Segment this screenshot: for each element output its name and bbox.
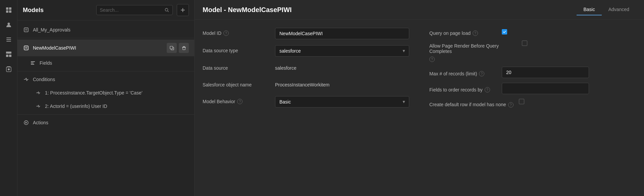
create-default-row-label: Create default row if model has none ? [429,99,514,108]
right-column: Query on page load ? Allow Page Render B… [429,28,636,108]
svg-rect-1 [9,7,11,10]
allow-page-render-checkbox[interactable] [522,41,527,46]
tab-advanced[interactable]: Advanced [602,4,636,15]
svg-point-14 [165,8,168,11]
model-id-label: Model ID ? [203,28,270,36]
divider [17,38,194,38]
sidebar-item-label: 1: ProcessInstance.TargetObject.Type = '… [45,90,143,95]
create-default-row-row: Create default row if model has none ? [429,99,636,108]
search-icon [165,8,169,12]
left-nav [0,0,17,196]
actions-icon [23,119,30,126]
salesforce-object-name-value: ProcessInstanceWorkitem [275,79,409,90]
sidebar-title: Models [23,7,92,14]
plus-icon [180,8,185,12]
sidebar-item-fields[interactable]: Fields [17,56,194,70]
query-on-page-load-label: Query on page load ? [429,28,496,36]
badge-icon[interactable] [3,63,15,75]
sidebar-item-conditions[interactable]: Conditions [17,73,194,86]
user-icon[interactable] [3,19,15,31]
search-box [96,5,173,15]
fields-to-order-input[interactable] [502,83,589,94]
add-model-button[interactable] [177,4,189,16]
svg-rect-8 [6,52,11,54]
svg-rect-3 [9,10,11,13]
sidebar-item-label: All_My_Approvals [33,27,70,32]
svg-rect-0 [6,7,8,10]
fields-to-order-help-icon[interactable]: ? [485,87,490,92]
copy-button[interactable] [167,43,177,53]
svg-rect-10 [9,55,11,57]
search-input[interactable] [100,7,162,13]
model-behavior-label: Model Behavior ? [203,96,270,104]
fields-to-order-row: Fields to order records by ? [429,83,636,94]
model-icon [23,26,30,33]
layout-icon[interactable] [3,48,15,60]
fields-to-order-label: Fields to order records by ? [429,84,496,92]
data-source-type-label: Data source type [203,45,270,53]
list-icon[interactable] [3,34,15,46]
delete-button[interactable] [179,43,189,53]
model-id-help-icon[interactable]: ? [223,30,229,36]
data-source-type-select[interactable]: salesforce other [275,45,409,57]
tab-basic[interactable]: Basic [577,4,601,15]
svg-rect-21 [24,46,28,50]
create-default-row-help-icon[interactable]: ? [508,102,514,108]
max-records-help-icon[interactable]: ? [479,71,484,76]
create-default-row-checkbox[interactable] [519,99,524,104]
sidebar-item-all-my-approvals[interactable]: All_My_Approvals [17,23,194,37]
svg-rect-30 [31,64,34,65]
model-behavior-select[interactable]: Basic Advanced [275,96,409,108]
main-content: Model - NewModelCasePIWI Basic Advanced … [195,0,644,196]
fields-icon [30,60,36,66]
query-on-page-load-checkbox[interactable] [502,29,507,35]
divider-3 [17,114,194,115]
svg-point-4 [7,23,10,25]
allow-page-render-row: Allow Page Render Before Query Completes… [429,41,636,62]
tab-group: Basic Advanced [577,4,636,15]
query-on-page-load-row: Query on page load ? [429,28,636,36]
condition-item-icon [35,103,42,110]
sidebar-header: Models [17,0,194,20]
svg-rect-5 [6,38,11,38]
svg-line-15 [168,11,169,12]
svg-rect-17 [181,10,185,10]
sidebar-item-actions[interactable]: Actions [17,116,194,129]
sidebar-item-label: NewModelCasePIWI [33,45,163,51]
sidebar-item-condition-2[interactable]: 2: ActorId = (userinfo) User ID [17,100,194,113]
data-source-value: salesforce [275,63,409,73]
query-on-page-load-help-icon[interactable]: ? [473,30,478,36]
data-source-type-select-wrapper: salesforce other ▼ [275,45,409,57]
sidebar-item-label: 2: ActorId = (userinfo) User ID [45,104,107,109]
model-id-input[interactable] [275,28,409,39]
max-records-row: Max # of records (limit) ? [429,67,636,78]
sidebar-content: All_My_Approvals NewModelCasePIWI [17,20,194,196]
svg-rect-18 [24,28,28,32]
allow-page-render-label: Allow Page Render Before Query Completes… [429,41,517,62]
max-records-label: Max # of records (limit) ? [429,68,496,76]
svg-rect-28 [31,61,35,62]
model-id-row: Model ID ? [203,28,409,39]
svg-rect-7 [6,41,11,42]
item-actions [167,43,189,53]
model-icon [23,45,30,51]
svg-rect-29 [31,63,34,63]
model-behavior-help-icon[interactable]: ? [237,99,243,104]
allow-page-render-help-icon[interactable]: ? [429,57,435,62]
salesforce-object-name-row: Salesforce object name ProcessInstanceWo… [203,79,409,90]
max-records-input[interactable] [502,67,589,78]
data-source-type-row: Data source type salesforce other ▼ [203,45,409,57]
grid-icon[interactable] [3,4,15,16]
svg-rect-27 [183,46,185,47]
svg-rect-6 [6,39,11,40]
sidebar-item-label: Actions [33,120,48,125]
copy-icon [170,46,174,50]
divider-2 [17,71,194,71]
left-column: Model ID ? Data source type salesforce o… [203,28,409,108]
main-header: Model - NewModelCasePIWI Basic Advanced [195,0,644,20]
sidebar-item-label: Conditions [33,77,55,82]
sidebar-item-condition-1[interactable]: 1: ProcessInstance.TargetObject.Type = '… [17,86,194,100]
sidebar-item-new-model-case-piwi[interactable]: NewModelCasePIWI [17,40,194,56]
data-source-row: Data source salesforce [203,63,409,73]
checkmark-icon [503,30,506,34]
